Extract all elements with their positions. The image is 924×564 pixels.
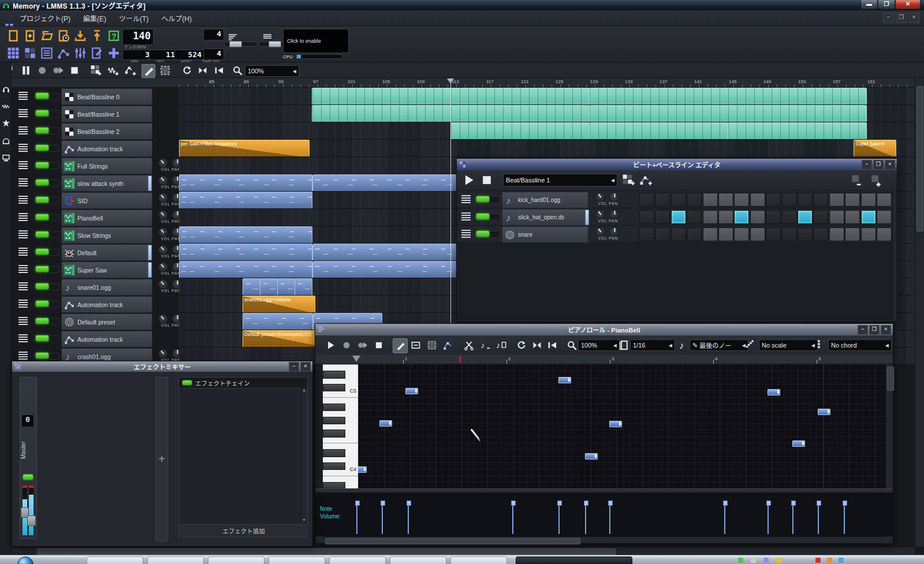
piano-note[interactable] [792,440,805,447]
volume-knob[interactable] [158,349,168,358]
track-grip[interactable] [18,282,28,290]
tray-icon[interactable] [776,558,781,563]
track-mute-led[interactable] [36,197,49,203]
bb-stop-button[interactable] [480,173,494,189]
taskbar-button[interactable] [147,556,204,564]
pattern-segment[interactable] [179,261,312,278]
black-key[interactable] [323,417,345,424]
volume-knob[interactable] [158,245,168,255]
track-solo-led[interactable] [49,180,59,186]
bb-minimize-button[interactable]: − [862,160,872,170]
track-solo-led[interactable] [49,110,59,117]
bb-step-cell[interactable] [829,227,844,241]
black-key[interactable] [323,384,345,391]
track-solo-led[interactable] [49,301,59,308]
pr-note-volume-area[interactable]: NoteVolume: [315,492,893,536]
track-name-plate[interactable]: Full Strings [61,158,152,174]
export-project-button[interactable] [90,28,105,43]
song-zoom-combo[interactable]: 100%◀ [245,65,299,77]
pattern-segment[interactable] [260,278,278,296]
timesig-numerator-display[interactable]: 4 [203,29,224,40]
track-grip[interactable] [18,300,28,308]
track-grip[interactable] [18,161,28,169]
pattern-segment[interactable] [179,226,312,244]
bb-step-cell[interactable] [734,210,749,224]
piano-note[interactable] [379,420,392,427]
automation-pattern-segment[interactable]: Super Saw>F [854,140,896,157]
piano-note[interactable] [358,466,367,473]
track-name-plate[interactable]: ♪snare01.ogg [61,279,152,296]
track-mute-led[interactable] [36,283,49,289]
output-visualizer[interactable]: Click to enable [283,29,349,53]
black-key[interactable] [323,449,345,457]
black-key[interactable] [323,404,345,411]
pr-quantize-icon[interactable] [617,338,631,352]
fx-minimize-button[interactable]: − [289,362,299,372]
bb-pattern-segment[interactable] [589,122,728,140]
bb-step-cell[interactable] [782,227,797,241]
bb-step-cell[interactable] [861,227,876,241]
bb-editor-title-bar[interactable]: ビート+ベースライン エディタ − ❐ × [457,159,897,170]
volume-knob[interactable] [595,210,605,219]
record-button[interactable] [36,64,49,77]
pr-vscrollbar[interactable] [885,364,893,488]
pr-select-mode-button[interactable] [425,338,439,352]
note-volume-bar[interactable] [356,500,357,534]
bb-step-cell[interactable] [766,227,781,241]
sidebar-presets-button[interactable] [1,117,11,129]
black-key[interactable] [323,429,345,437]
menu-help[interactable]: ヘルプ(H) [161,13,192,23]
track-solo-led[interactable] [49,266,59,273]
pr-record-play-button[interactable] [356,338,370,352]
bb-track-mute-led[interactable] [476,214,489,219]
bb-step-cell[interactable] [766,193,781,207]
new-project-button[interactable] [6,28,21,43]
note-volume-bar[interactable] [724,500,725,534]
minimize-button[interactable]: ▬ [860,0,878,9]
controller-rack-button[interactable] [73,46,88,61]
volume-knob[interactable] [158,262,168,272]
track-mute-led[interactable] [36,128,49,133]
flip-button[interactable] [196,64,209,77]
track-mute-led[interactable] [36,335,49,341]
piano-roll-title-bar[interactable]: ピアノロール - PianoBell − ❐ × [315,324,893,335]
project-notes-button[interactable] [90,46,105,61]
bb-step-cell[interactable] [798,193,813,207]
track-solo-led[interactable] [49,214,59,221]
note-volume-bar[interactable] [767,500,769,534]
bb-editor-vscrollbar[interactable] [892,190,897,320]
tray-icon[interactable] [815,558,821,563]
bb-remove-steps-button[interactable] [848,173,863,187]
bb-step-cell[interactable] [671,210,686,224]
bb-step-cell[interactable] [750,193,765,207]
bb-track-mute-led[interactable] [476,196,489,202]
track-mute-led[interactable] [36,110,49,116]
track-grip[interactable] [18,213,28,221]
fx-fader-left[interactable] [22,485,28,536]
track-lane[interactable]: per Saw>Filter FrequencySuper Saw>F [179,140,915,157]
bb-track-grip[interactable] [461,230,471,238]
whats-this-button[interactable]: ? [106,28,121,43]
bb-step-cell[interactable] [655,193,670,207]
track-mute-led[interactable] [36,301,49,307]
bb-step-cell[interactable] [734,193,749,207]
bb-pattern-segment[interactable] [589,88,867,105]
track-solo-led[interactable] [49,145,59,152]
bb-step-cell[interactable] [829,193,844,207]
bb-step-cell[interactable] [718,227,733,241]
automation-pattern-segment[interactable]: per Saw>Filter Frequency [179,140,310,157]
bb-step-cell[interactable] [782,193,797,207]
pr-close-button[interactable]: × [881,325,891,335]
track-mute-led[interactable] [36,266,49,272]
bb-step-cell[interactable] [877,210,892,224]
bb-track-grip[interactable] [461,195,471,203]
bb-step-cell[interactable] [718,210,733,224]
pr-loop-points-button[interactable] [514,338,528,352]
pr-play-button[interactable] [323,338,337,352]
pr-restore-button[interactable]: ❐ [869,325,880,335]
fx-add-effect-button[interactable]: エフェクト追加 [179,524,308,537]
track-mute-led[interactable] [36,93,49,99]
bb-step-cell[interactable] [639,193,654,207]
pause-button[interactable] [20,64,32,77]
pr-flip-button[interactable] [530,338,544,352]
